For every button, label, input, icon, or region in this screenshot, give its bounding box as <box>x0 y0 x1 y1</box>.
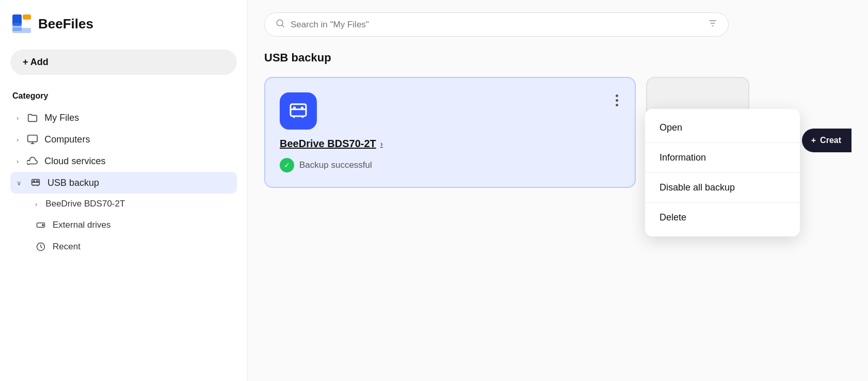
logo-area: BeeFiles <box>10 12 237 35</box>
dot <box>616 94 618 97</box>
backup-status: ✓ Backup successful <box>280 158 620 172</box>
sidebar-item-beedrive[interactable]: › BeeDrive BDS70-2T <box>10 194 237 214</box>
main-content: USB backup <box>248 0 868 381</box>
chevron-right-icon: › <box>35 200 37 208</box>
usb-icon <box>30 177 41 188</box>
device-name[interactable]: BeeDrive BDS70-2T › <box>280 138 620 150</box>
svg-point-9 <box>42 225 44 226</box>
sidebar-item-recent[interactable]: Recent <box>10 236 237 258</box>
dot <box>616 99 618 102</box>
chevron-down-icon: ∨ <box>17 179 22 187</box>
filter-icon[interactable] <box>708 18 718 31</box>
sidebar-item-computers[interactable]: › Computers <box>10 129 237 150</box>
svg-rect-14 <box>301 107 303 109</box>
chevron-icon: › <box>17 157 19 165</box>
menu-item-disable-backup[interactable]: Disable all backup <box>645 173 800 202</box>
cloud-icon <box>27 155 38 167</box>
sidebar-item-cloud[interactable]: › Cloud services <box>10 150 237 172</box>
sidebar: BeeFiles + Add Category › My Files › Com… <box>0 0 248 381</box>
device-card: BeeDrive BDS70-2T › ✓ Backup successful … <box>264 77 636 188</box>
chevron-icon: › <box>17 114 19 122</box>
drive-icon <box>35 219 46 231</box>
success-check-icon: ✓ <box>280 158 294 172</box>
cards-row: BeeDrive BDS70-2T › ✓ Backup successful … <box>264 77 851 188</box>
sidebar-item-label: My Files <box>44 113 79 123</box>
sidebar-item-label: External drives <box>53 220 110 230</box>
menu-item-information[interactable]: Information <box>645 143 800 172</box>
svg-rect-7 <box>37 181 38 182</box>
sidebar-item-label: Recent <box>53 242 81 252</box>
search-input[interactable] <box>291 20 708 30</box>
folder-icon <box>27 112 38 123</box>
svg-rect-12 <box>291 104 306 116</box>
category-label: Category <box>10 91 237 101</box>
app-title: BeeFiles <box>38 16 93 32</box>
svg-rect-2 <box>23 14 31 20</box>
beefiles-logo-icon <box>10 12 33 35</box>
plus-icon: + <box>811 136 816 145</box>
sidebar-item-label: Cloud services <box>44 156 105 167</box>
chevron-icon: › <box>17 136 19 144</box>
monitor-icon <box>27 134 38 145</box>
create-label: Creat <box>820 136 841 145</box>
sidebar-item-usb-backup[interactable]: ∨ USB backup <box>10 172 237 194</box>
usb-device-icon <box>288 101 309 121</box>
sidebar-item-label: Computers <box>44 134 90 145</box>
sidebar-item-label: USB backup <box>47 178 99 188</box>
sidebar-item-label: BeeDrive BDS70-2T <box>45 199 125 209</box>
page-title: USB backup <box>264 51 851 65</box>
menu-item-delete[interactable]: Delete <box>645 203 800 232</box>
search-bar <box>264 12 729 37</box>
chevron-right-icon: › <box>380 139 383 149</box>
search-icon <box>275 18 285 31</box>
dot <box>616 104 618 106</box>
clock-icon <box>35 241 46 252</box>
svg-point-11 <box>277 20 283 26</box>
three-dots-button[interactable] <box>614 92 620 108</box>
create-button-partial[interactable]: + Creat <box>802 129 851 152</box>
sidebar-item-my-files[interactable]: › My Files <box>10 107 237 129</box>
card-header <box>280 92 620 130</box>
svg-rect-4 <box>28 135 37 142</box>
menu-item-open[interactable]: Open <box>645 113 800 142</box>
svg-rect-13 <box>293 107 296 109</box>
svg-rect-6 <box>33 181 35 182</box>
sidebar-item-external-drives[interactable]: External drives <box>10 214 237 236</box>
add-button[interactable]: + Add <box>10 50 237 75</box>
device-icon-box <box>280 92 317 130</box>
context-menu: Open Information Disable all backup Dele… <box>645 109 800 236</box>
